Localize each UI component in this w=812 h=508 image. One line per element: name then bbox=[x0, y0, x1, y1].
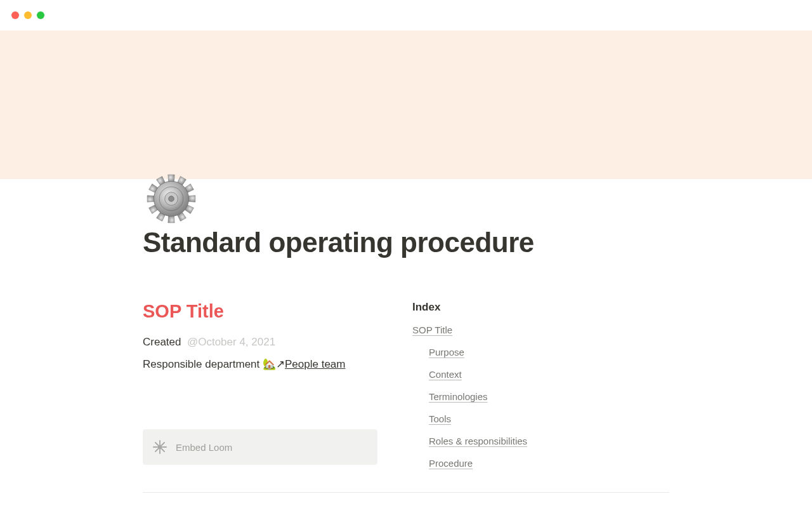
created-line[interactable]: Created @October 4, 2021 bbox=[143, 336, 393, 349]
page-title[interactable]: Standard operating procedure bbox=[143, 227, 669, 258]
window-titlebar bbox=[0, 0, 812, 30]
svg-rect-4 bbox=[159, 440, 160, 444]
sop-title-heading[interactable]: SOP Title bbox=[143, 301, 393, 322]
window-minimize-button[interactable] bbox=[24, 11, 32, 19]
svg-rect-8 bbox=[161, 442, 165, 446]
cover-image[interactable] bbox=[0, 30, 812, 179]
svg-rect-7 bbox=[162, 446, 167, 448]
toc-link-purpose[interactable]: Purpose bbox=[429, 347, 464, 358]
svg-rect-5 bbox=[159, 450, 160, 454]
responsible-label: Responsible department bbox=[143, 358, 263, 370]
embed-loom-label: Embed Loom bbox=[176, 442, 232, 453]
svg-rect-10 bbox=[155, 442, 159, 446]
svg-rect-6 bbox=[153, 446, 157, 448]
house-icon: 🏡↗ bbox=[263, 358, 285, 371]
toc-link-procedure[interactable]: Procedure bbox=[429, 458, 473, 469]
toc-link-sop-title[interactable]: SOP Title bbox=[412, 324, 452, 335]
responsible-line[interactable]: Responsible department 🏡↗People team bbox=[143, 358, 393, 371]
toc-link-roles[interactable]: Roles & responsibilities bbox=[429, 436, 527, 446]
divider bbox=[143, 492, 669, 493]
loom-icon bbox=[153, 440, 167, 454]
index-heading: Index bbox=[412, 301, 669, 314]
responsible-link[interactable]: People team bbox=[285, 358, 345, 370]
toc-link-terminologies[interactable]: Terminologies bbox=[429, 391, 488, 402]
svg-point-12 bbox=[157, 445, 162, 450]
embed-loom-block[interactable]: Embed Loom bbox=[143, 429, 377, 465]
gear-icon bbox=[144, 171, 199, 226]
window-zoom-button[interactable] bbox=[37, 11, 44, 19]
table-of-contents: SOP Title Purpose Context Terminologies … bbox=[412, 325, 669, 468]
svg-rect-9 bbox=[155, 448, 159, 452]
created-label: Created bbox=[143, 336, 181, 348]
svg-rect-11 bbox=[161, 448, 165, 452]
toc-link-tools[interactable]: Tools bbox=[429, 413, 451, 424]
toc-link-context[interactable]: Context bbox=[429, 369, 462, 380]
svg-point-3 bbox=[169, 196, 174, 202]
window-close-button[interactable] bbox=[11, 11, 19, 19]
page-icon[interactable] bbox=[143, 170, 200, 227]
created-date-mention[interactable]: @October 4, 2021 bbox=[187, 336, 275, 348]
